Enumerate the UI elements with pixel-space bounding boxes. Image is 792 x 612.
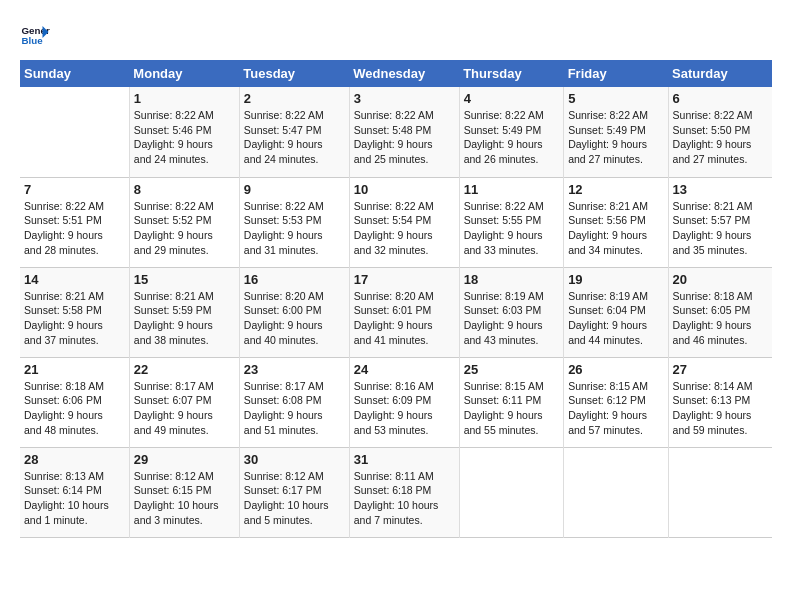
day-info: Sunrise: 8:21 AM Sunset: 5:58 PM Dayligh…: [24, 289, 125, 348]
day-number: 16: [244, 272, 345, 287]
day-number: 27: [673, 362, 768, 377]
day-info: Sunrise: 8:22 AM Sunset: 5:54 PM Dayligh…: [354, 199, 455, 258]
day-number: 18: [464, 272, 559, 287]
calendar-cell: 4Sunrise: 8:22 AM Sunset: 5:49 PM Daylig…: [459, 87, 563, 177]
day-info: Sunrise: 8:17 AM Sunset: 6:07 PM Dayligh…: [134, 379, 235, 438]
day-info: Sunrise: 8:22 AM Sunset: 5:49 PM Dayligh…: [568, 108, 663, 167]
calendar-cell: 20Sunrise: 8:18 AM Sunset: 6:05 PM Dayli…: [668, 267, 772, 357]
day-info: Sunrise: 8:17 AM Sunset: 6:08 PM Dayligh…: [244, 379, 345, 438]
calendar-cell: 30Sunrise: 8:12 AM Sunset: 6:17 PM Dayli…: [239, 447, 349, 537]
svg-text:Blue: Blue: [22, 35, 44, 46]
day-info: Sunrise: 8:15 AM Sunset: 6:12 PM Dayligh…: [568, 379, 663, 438]
calendar-cell: 16Sunrise: 8:20 AM Sunset: 6:00 PM Dayli…: [239, 267, 349, 357]
day-number: 11: [464, 182, 559, 197]
calendar-cell: 28Sunrise: 8:13 AM Sunset: 6:14 PM Dayli…: [20, 447, 129, 537]
calendar-cell: 6Sunrise: 8:22 AM Sunset: 5:50 PM Daylig…: [668, 87, 772, 177]
col-header-tuesday: Tuesday: [239, 60, 349, 87]
day-info: Sunrise: 8:14 AM Sunset: 6:13 PM Dayligh…: [673, 379, 768, 438]
calendar-header-row: SundayMondayTuesdayWednesdayThursdayFrid…: [20, 60, 772, 87]
calendar-week-row: 1Sunrise: 8:22 AM Sunset: 5:46 PM Daylig…: [20, 87, 772, 177]
calendar-cell: 14Sunrise: 8:21 AM Sunset: 5:58 PM Dayli…: [20, 267, 129, 357]
calendar-cell: 23Sunrise: 8:17 AM Sunset: 6:08 PM Dayli…: [239, 357, 349, 447]
day-info: Sunrise: 8:21 AM Sunset: 5:56 PM Dayligh…: [568, 199, 663, 258]
day-info: Sunrise: 8:22 AM Sunset: 5:53 PM Dayligh…: [244, 199, 345, 258]
day-info: Sunrise: 8:16 AM Sunset: 6:09 PM Dayligh…: [354, 379, 455, 438]
day-info: Sunrise: 8:18 AM Sunset: 6:06 PM Dayligh…: [24, 379, 125, 438]
day-number: 8: [134, 182, 235, 197]
day-info: Sunrise: 8:22 AM Sunset: 5:51 PM Dayligh…: [24, 199, 125, 258]
day-number: 20: [673, 272, 768, 287]
calendar-cell: 19Sunrise: 8:19 AM Sunset: 6:04 PM Dayli…: [564, 267, 668, 357]
calendar-cell: 24Sunrise: 8:16 AM Sunset: 6:09 PM Dayli…: [349, 357, 459, 447]
day-info: Sunrise: 8:18 AM Sunset: 6:05 PM Dayligh…: [673, 289, 768, 348]
calendar-cell: 7Sunrise: 8:22 AM Sunset: 5:51 PM Daylig…: [20, 177, 129, 267]
day-number: 2: [244, 91, 345, 106]
day-info: Sunrise: 8:13 AM Sunset: 6:14 PM Dayligh…: [24, 469, 125, 528]
col-header-wednesday: Wednesday: [349, 60, 459, 87]
day-number: 30: [244, 452, 345, 467]
calendar-week-row: 28Sunrise: 8:13 AM Sunset: 6:14 PM Dayli…: [20, 447, 772, 537]
day-number: 29: [134, 452, 235, 467]
calendar-cell: 3Sunrise: 8:22 AM Sunset: 5:48 PM Daylig…: [349, 87, 459, 177]
calendar-cell: 12Sunrise: 8:21 AM Sunset: 5:56 PM Dayli…: [564, 177, 668, 267]
day-number: 26: [568, 362, 663, 377]
day-number: 28: [24, 452, 125, 467]
calendar-cell: [564, 447, 668, 537]
calendar-cell: 9Sunrise: 8:22 AM Sunset: 5:53 PM Daylig…: [239, 177, 349, 267]
calendar-cell: 21Sunrise: 8:18 AM Sunset: 6:06 PM Dayli…: [20, 357, 129, 447]
calendar-cell: 25Sunrise: 8:15 AM Sunset: 6:11 PM Dayli…: [459, 357, 563, 447]
calendar-cell: 11Sunrise: 8:22 AM Sunset: 5:55 PM Dayli…: [459, 177, 563, 267]
calendar-cell: [459, 447, 563, 537]
day-number: 9: [244, 182, 345, 197]
day-number: 23: [244, 362, 345, 377]
col-header-sunday: Sunday: [20, 60, 129, 87]
day-info: Sunrise: 8:20 AM Sunset: 6:00 PM Dayligh…: [244, 289, 345, 348]
calendar-cell: 10Sunrise: 8:22 AM Sunset: 5:54 PM Dayli…: [349, 177, 459, 267]
day-number: 5: [568, 91, 663, 106]
day-number: 4: [464, 91, 559, 106]
day-number: 14: [24, 272, 125, 287]
day-info: Sunrise: 8:12 AM Sunset: 6:17 PM Dayligh…: [244, 469, 345, 528]
day-number: 21: [24, 362, 125, 377]
calendar-cell: 1Sunrise: 8:22 AM Sunset: 5:46 PM Daylig…: [129, 87, 239, 177]
calendar-cell: 5Sunrise: 8:22 AM Sunset: 5:49 PM Daylig…: [564, 87, 668, 177]
calendar-cell: 13Sunrise: 8:21 AM Sunset: 5:57 PM Dayli…: [668, 177, 772, 267]
logo: General Blue: [20, 20, 54, 50]
day-number: 25: [464, 362, 559, 377]
calendar-cell: 18Sunrise: 8:19 AM Sunset: 6:03 PM Dayli…: [459, 267, 563, 357]
calendar-cell: 26Sunrise: 8:15 AM Sunset: 6:12 PM Dayli…: [564, 357, 668, 447]
day-number: 24: [354, 362, 455, 377]
calendar-cell: 17Sunrise: 8:20 AM Sunset: 6:01 PM Dayli…: [349, 267, 459, 357]
day-number: 13: [673, 182, 768, 197]
calendar-week-row: 14Sunrise: 8:21 AM Sunset: 5:58 PM Dayli…: [20, 267, 772, 357]
calendar-week-row: 7Sunrise: 8:22 AM Sunset: 5:51 PM Daylig…: [20, 177, 772, 267]
day-info: Sunrise: 8:22 AM Sunset: 5:47 PM Dayligh…: [244, 108, 345, 167]
day-info: Sunrise: 8:22 AM Sunset: 5:52 PM Dayligh…: [134, 199, 235, 258]
calendar-cell: 15Sunrise: 8:21 AM Sunset: 5:59 PM Dayli…: [129, 267, 239, 357]
calendar-cell: 31Sunrise: 8:11 AM Sunset: 6:18 PM Dayli…: [349, 447, 459, 537]
calendar-week-row: 21Sunrise: 8:18 AM Sunset: 6:06 PM Dayli…: [20, 357, 772, 447]
page-header: General Blue: [20, 20, 772, 50]
day-number: 6: [673, 91, 768, 106]
day-info: Sunrise: 8:15 AM Sunset: 6:11 PM Dayligh…: [464, 379, 559, 438]
day-info: Sunrise: 8:19 AM Sunset: 6:03 PM Dayligh…: [464, 289, 559, 348]
day-number: 22: [134, 362, 235, 377]
day-info: Sunrise: 8:22 AM Sunset: 5:55 PM Dayligh…: [464, 199, 559, 258]
logo-icon: General Blue: [20, 20, 50, 50]
day-number: 15: [134, 272, 235, 287]
calendar-cell: 2Sunrise: 8:22 AM Sunset: 5:47 PM Daylig…: [239, 87, 349, 177]
col-header-saturday: Saturday: [668, 60, 772, 87]
day-number: 10: [354, 182, 455, 197]
day-number: 7: [24, 182, 125, 197]
calendar-cell: 29Sunrise: 8:12 AM Sunset: 6:15 PM Dayli…: [129, 447, 239, 537]
day-info: Sunrise: 8:22 AM Sunset: 5:46 PM Dayligh…: [134, 108, 235, 167]
day-info: Sunrise: 8:11 AM Sunset: 6:18 PM Dayligh…: [354, 469, 455, 528]
day-info: Sunrise: 8:21 AM Sunset: 5:57 PM Dayligh…: [673, 199, 768, 258]
col-header-thursday: Thursday: [459, 60, 563, 87]
calendar-cell: 8Sunrise: 8:22 AM Sunset: 5:52 PM Daylig…: [129, 177, 239, 267]
day-number: 1: [134, 91, 235, 106]
calendar-cell: [20, 87, 129, 177]
day-number: 3: [354, 91, 455, 106]
calendar-table: SundayMondayTuesdayWednesdayThursdayFrid…: [20, 60, 772, 538]
day-number: 12: [568, 182, 663, 197]
